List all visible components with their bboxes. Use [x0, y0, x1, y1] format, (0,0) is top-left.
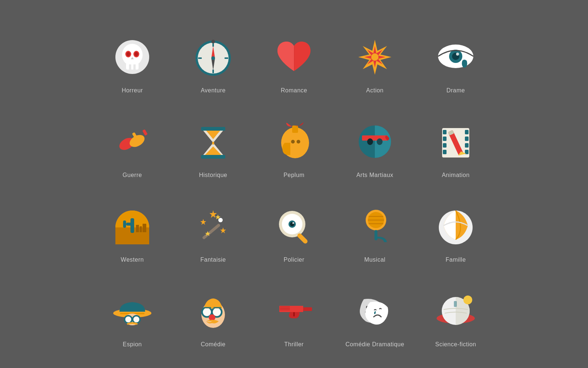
musical-label: Musical — [364, 256, 386, 263]
animation-label: Animation — [442, 172, 470, 178]
svg-rect-4 — [133, 64, 136, 70]
svg-rect-43 — [443, 137, 447, 141]
svg-rect-58 — [136, 225, 139, 232]
animation-icon — [432, 119, 480, 167]
historique-icon — [189, 119, 237, 167]
genre-western[interactable]: Western — [96, 186, 169, 267]
policier-label: Policier — [284, 256, 304, 263]
svg-point-90 — [125, 316, 131, 322]
svg-rect-103 — [280, 307, 290, 307]
genre-guerre[interactable]: Guerre — [96, 101, 169, 182]
guerre-icon — [108, 119, 156, 167]
svg-rect-74 — [297, 233, 309, 245]
svg-rect-14 — [225, 57, 228, 59]
svg-point-96 — [213, 308, 221, 316]
svg-marker-63 — [209, 210, 217, 218]
svg-rect-111 — [454, 301, 457, 307]
genre-peplum[interactable]: Peplum — [257, 101, 331, 182]
svg-rect-44 — [443, 143, 447, 148]
musical-icon — [351, 204, 399, 251]
genre-arts-martiaux[interactable]: Arts Martiaux — [338, 101, 412, 182]
peplum-icon — [270, 119, 318, 167]
genre-aventure[interactable]: Aventure — [176, 17, 250, 98]
historique-label: Historique — [199, 172, 227, 178]
drame-icon — [432, 34, 480, 82]
svg-point-25 — [456, 53, 459, 56]
genre-historique[interactable]: Historique — [176, 101, 250, 182]
arts-martiaux-icon — [351, 119, 399, 167]
western-label: Western — [121, 256, 144, 263]
genre-science-fiction[interactable]: Science-fiction — [419, 270, 492, 351]
svg-rect-34 — [292, 125, 298, 133]
svg-point-7 — [126, 52, 130, 56]
svg-point-110 — [463, 296, 472, 304]
svg-point-35 — [291, 140, 295, 144]
svg-rect-61 — [202, 223, 220, 240]
genre-horreur[interactable]: Horreur — [96, 17, 169, 98]
svg-point-81 — [368, 240, 382, 244]
svg-rect-102 — [293, 312, 295, 316]
romance-label: Romance — [281, 87, 307, 94]
genre-action[interactable]: Action — [338, 17, 412, 98]
science-fiction-icon — [432, 288, 480, 336]
svg-rect-3 — [129, 64, 131, 70]
svg-rect-31 — [201, 155, 225, 159]
svg-rect-80 — [374, 230, 377, 240]
aventure-label: Aventure — [201, 87, 226, 94]
genre-musical[interactable]: Musical — [338, 186, 412, 267]
svg-point-17 — [211, 56, 215, 60]
svg-point-91 — [133, 316, 139, 322]
svg-point-40 — [377, 138, 383, 145]
comedie-label: Comédie — [201, 341, 226, 348]
fantaisie-label: Fantaisie — [200, 256, 226, 263]
svg-rect-45 — [443, 150, 447, 154]
svg-point-18 — [211, 40, 215, 43]
svg-marker-65 — [220, 227, 226, 233]
horreur-icon — [108, 34, 156, 82]
svg-point-94 — [203, 308, 211, 316]
western-icon — [108, 204, 156, 251]
genre-drame[interactable]: Drame — [419, 17, 492, 98]
svg-rect-13 — [198, 57, 202, 59]
policier-icon — [270, 204, 318, 251]
genre-policier[interactable]: Policier — [257, 186, 331, 267]
fantaisie-icon — [189, 204, 237, 251]
guerre-label: Guerre — [123, 172, 142, 178]
genre-comedie-dramatique[interactable]: Comédie Dramatique — [338, 270, 412, 351]
famille-icon — [432, 204, 480, 251]
comedie-dramatique-icon — [351, 288, 399, 336]
genre-espion[interactable]: Espion — [96, 270, 169, 351]
aventure-icon — [189, 34, 237, 82]
genre-famille[interactable]: Famille — [419, 186, 492, 267]
espion-icon — [108, 288, 156, 336]
arts-martiaux-label: Arts Martiaux — [356, 172, 394, 178]
svg-rect-59 — [140, 226, 142, 232]
peplum-label: Peplum — [283, 172, 304, 178]
svg-rect-38 — [362, 135, 388, 141]
svg-rect-56 — [126, 223, 134, 226]
svg-rect-46 — [465, 130, 469, 134]
svg-rect-30 — [201, 127, 225, 131]
genre-romance[interactable]: Romance — [257, 17, 331, 98]
action-label: Action — [366, 87, 383, 94]
svg-point-21 — [371, 53, 379, 61]
action-icon — [351, 34, 399, 82]
famille-label: Famille — [445, 256, 466, 263]
svg-marker-64 — [200, 219, 206, 225]
genre-fantaisie[interactable]: Fantaisie — [176, 186, 250, 267]
svg-rect-105 — [280, 309, 290, 310]
svg-point-1 — [122, 44, 143, 66]
genre-thriller[interactable]: Thriller — [257, 270, 331, 351]
svg-rect-60 — [143, 224, 146, 232]
genre-grid: Horreur Aventure — [81, 2, 507, 366]
svg-rect-48 — [465, 143, 469, 148]
genre-comedie[interactable]: Comédie — [176, 270, 250, 351]
romance-icon — [270, 34, 318, 82]
svg-rect-57 — [123, 220, 126, 228]
genre-animation[interactable]: Animation — [419, 101, 492, 182]
thriller-icon — [270, 288, 318, 336]
svg-point-8 — [135, 52, 138, 56]
thriller-label: Thriller — [284, 341, 304, 348]
espion-label: Espion — [123, 341, 142, 348]
science-fiction-label: Science-fiction — [435, 341, 476, 348]
